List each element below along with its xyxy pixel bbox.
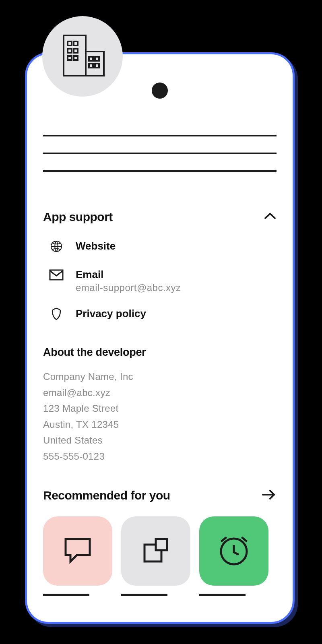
developer-street: 123 Maple Street xyxy=(43,400,277,417)
chevron-up-icon xyxy=(264,212,277,222)
svg-rect-10 xyxy=(89,64,93,68)
developer-city: Austin, TX 12345 xyxy=(43,417,277,433)
chat-icon xyxy=(62,534,94,568)
support-email-address: email-support@abc.xyz xyxy=(76,282,181,293)
app-icon-clock xyxy=(199,516,268,586)
clock-icon xyxy=(217,533,251,569)
shield-icon xyxy=(51,308,62,322)
support-item-email[interactable]: Email email-support@abc.xyz xyxy=(43,268,277,293)
recommended-app-3[interactable] xyxy=(199,516,268,596)
support-label-privacy: Privacy policy xyxy=(76,308,146,320)
recommended-app-1[interactable] xyxy=(43,516,112,596)
camera-notch xyxy=(152,83,168,99)
about-developer-title: About the developer xyxy=(43,346,277,359)
recommended-title: Recommended for you xyxy=(43,489,170,502)
support-label-website: Website xyxy=(76,240,116,252)
about-developer-section: About the developer Company Name, Inc em… xyxy=(43,346,277,464)
developer-country: United States xyxy=(43,432,277,448)
svg-rect-8 xyxy=(89,57,93,61)
app-label-placeholder xyxy=(43,594,89,596)
developer-company: Company Name, Inc xyxy=(43,369,277,385)
svg-rect-13 xyxy=(50,270,63,280)
svg-rect-11 xyxy=(95,64,99,68)
svg-rect-5 xyxy=(74,49,78,53)
svg-rect-15 xyxy=(156,539,167,550)
app-label-placeholder xyxy=(199,594,246,596)
app-icon-chat xyxy=(43,516,112,586)
svg-rect-3 xyxy=(74,41,78,45)
svg-rect-6 xyxy=(68,56,72,60)
support-item-privacy[interactable]: Privacy policy xyxy=(43,308,277,322)
app-icon-copy xyxy=(121,516,190,586)
svg-rect-7 xyxy=(74,56,78,60)
support-label-email: Email xyxy=(76,268,181,281)
recommended-app-2[interactable] xyxy=(121,516,190,596)
recommended-header[interactable]: Recommended for you xyxy=(43,489,277,502)
svg-rect-2 xyxy=(68,41,72,45)
app-label-placeholder xyxy=(121,594,167,596)
svg-rect-4 xyxy=(68,49,72,53)
mail-icon xyxy=(49,269,64,282)
company-badge xyxy=(42,16,123,97)
recommended-section: Recommended for you xyxy=(43,489,277,596)
app-support-header[interactable]: App support xyxy=(43,210,277,224)
support-item-website[interactable]: Website xyxy=(43,240,277,254)
arrow-right-icon xyxy=(261,489,277,502)
copy-icon xyxy=(140,534,172,568)
developer-email: email@abc.xyz xyxy=(43,385,277,401)
buildings-icon xyxy=(60,33,106,79)
placeholder-text-lines xyxy=(43,135,277,172)
svg-rect-9 xyxy=(95,57,99,61)
developer-phone: 555-555-0123 xyxy=(43,448,277,464)
phone-frame: App support xyxy=(25,52,295,624)
app-support-title: App support xyxy=(43,210,113,224)
globe-icon xyxy=(50,240,62,254)
